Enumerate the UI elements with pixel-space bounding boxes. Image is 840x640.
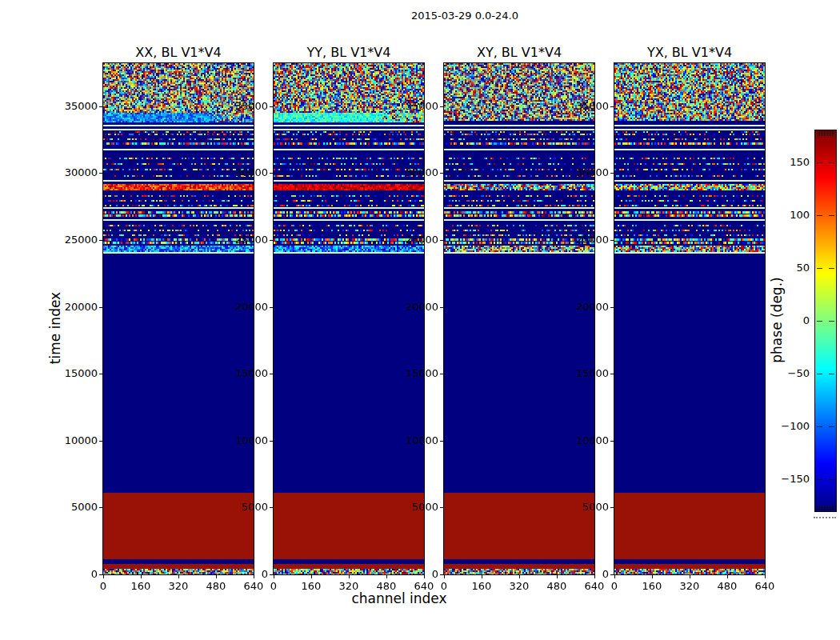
- y-tick-label: 30000: [220, 166, 268, 179]
- x-tick-label: 0: [258, 580, 290, 593]
- colorbar-tick-label: −50: [778, 367, 810, 380]
- y-tick-label: 5000: [390, 501, 438, 514]
- y-tick-label: 20000: [50, 301, 98, 314]
- x-tick-mark: [311, 575, 312, 578]
- x-tick-mark: [386, 575, 387, 578]
- y-tick-label: 35000: [220, 100, 268, 113]
- y-tick-label: 30000: [390, 166, 438, 179]
- x-tick-mark: [178, 575, 179, 578]
- y-tick-mark: [270, 307, 273, 308]
- y-tick-mark: [99, 173, 102, 174]
- y-tick-label: 35000: [390, 100, 438, 113]
- x-tick-label: 320: [674, 580, 706, 593]
- colorbar-tick-label: 100: [778, 209, 810, 222]
- x-tick-label: 480: [370, 580, 402, 593]
- x-tick-label: 0: [428, 580, 460, 593]
- y-tick-label: 10000: [390, 434, 438, 447]
- y-tick-mark: [610, 173, 614, 174]
- y-tick-mark: [270, 374, 273, 374]
- y-tick-label: 0: [561, 568, 609, 581]
- y-tick-mark: [99, 374, 102, 374]
- y-tick-mark: [99, 441, 102, 442]
- heatmap-panel-yx: [614, 62, 766, 575]
- x-axis-label: channel index: [319, 590, 479, 606]
- y-tick-mark: [440, 240, 443, 241]
- x-tick-label: 160: [466, 580, 498, 593]
- y-tick-label: 15000: [390, 367, 438, 380]
- y-tick-label: 25000: [220, 234, 268, 246]
- y-tick-label: 20000: [220, 301, 268, 314]
- x-tick-mark: [274, 575, 274, 578]
- heatmap-panel-xy: [443, 62, 595, 575]
- x-tick-mark: [444, 575, 445, 578]
- y-tick-label: 15000: [561, 367, 609, 380]
- x-tick-mark: [557, 575, 558, 578]
- y-tick-label: 30000: [561, 166, 609, 179]
- x-tick-label: 160: [125, 580, 157, 593]
- y-tick-label: 25000: [50, 234, 98, 246]
- y-tick-mark: [610, 106, 614, 107]
- y-tick-mark: [610, 574, 614, 575]
- y-tick-mark: [610, 240, 614, 241]
- x-tick-mark: [482, 575, 482, 578]
- x-tick-mark: [614, 575, 615, 578]
- y-tick-mark: [270, 106, 273, 107]
- x-tick-label: 0: [87, 580, 119, 593]
- y-tick-label: 35000: [561, 100, 609, 113]
- colorbar-tick-label: 0: [778, 314, 810, 327]
- colorbar-tick-label: 150: [778, 156, 810, 169]
- x-tick-label: 160: [295, 580, 327, 593]
- y-tick-mark: [99, 106, 102, 107]
- figure-title: 2015-03-29 0.0-24.0: [353, 10, 577, 22]
- y-tick-mark: [270, 173, 273, 174]
- y-tick-label: 10000: [220, 434, 268, 447]
- y-tick-label: 35000: [50, 100, 98, 113]
- colorbar: [814, 130, 837, 512]
- x-tick-label: 480: [541, 580, 573, 593]
- y-tick-mark: [270, 507, 273, 508]
- panel-title: YX, BL V1*V4: [582, 45, 798, 60]
- y-tick-label: 10000: [561, 434, 609, 447]
- x-tick-mark: [652, 575, 653, 578]
- y-tick-label: 5000: [220, 501, 268, 514]
- colorbar-tick-label: −150: [778, 473, 810, 486]
- x-tick-label: 640: [749, 580, 781, 593]
- y-tick-mark: [610, 374, 614, 374]
- x-tick-mark: [141, 575, 142, 578]
- heatmap-panel-yy: [273, 62, 425, 575]
- y-tick-mark: [440, 574, 443, 575]
- y-tick-mark: [270, 574, 273, 575]
- x-tick-mark: [216, 575, 217, 578]
- x-tick-label: 0: [598, 580, 630, 593]
- x-tick-mark: [519, 575, 520, 578]
- y-tick-label: 20000: [561, 301, 609, 314]
- heatmap-panel-xx: [102, 62, 254, 575]
- y-tick-mark: [99, 307, 102, 308]
- y-tick-label: 15000: [220, 367, 268, 380]
- y-tick-label: 25000: [561, 234, 609, 246]
- y-tick-label: 0: [50, 568, 98, 581]
- x-tick-label: 320: [503, 580, 535, 593]
- y-tick-mark: [99, 240, 102, 241]
- y-tick-label: 25000: [390, 234, 438, 246]
- y-tick-mark: [270, 441, 273, 442]
- y-tick-label: 5000: [50, 501, 98, 514]
- y-tick-mark: [440, 106, 443, 107]
- x-tick-mark: [349, 575, 350, 578]
- y-tick-mark: [440, 307, 443, 308]
- y-tick-label: 10000: [50, 434, 98, 447]
- y-tick-label: 0: [220, 568, 268, 581]
- y-tick-mark: [99, 574, 102, 575]
- x-tick-label: 320: [333, 580, 365, 593]
- x-tick-mark: [690, 575, 690, 578]
- y-tick-mark: [610, 307, 614, 308]
- y-tick-mark: [270, 240, 273, 241]
- colorbar-extend-dots: [814, 517, 836, 518]
- y-tick-label: 0: [390, 568, 438, 581]
- x-tick-label: 320: [162, 580, 194, 593]
- x-tick-label: 480: [711, 580, 743, 593]
- y-tick-mark: [440, 441, 443, 442]
- colorbar-tick-label: 50: [778, 262, 810, 274]
- y-tick-label: 30000: [50, 166, 98, 179]
- x-tick-label: 480: [200, 580, 232, 593]
